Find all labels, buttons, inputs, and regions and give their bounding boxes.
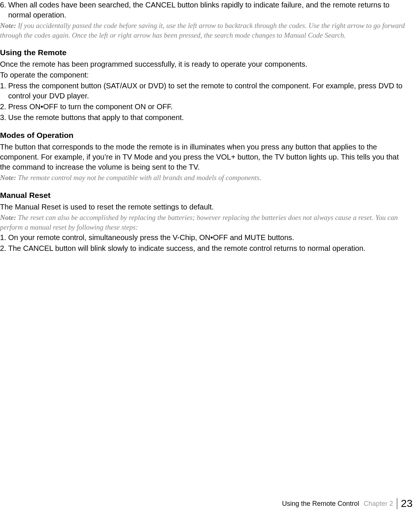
note-compatibility: Note: The remote control may not be comp…: [0, 173, 405, 183]
heading-using-remote: Using the Remote: [0, 48, 405, 57]
note-label: Note:: [0, 174, 16, 182]
note-body: If you accidentally passed the code befo…: [0, 22, 405, 39]
list-text: Use the remote buttons that apply to tha…: [8, 113, 405, 123]
note-label: Note:: [0, 214, 16, 221]
list-num: 3.: [0, 113, 8, 123]
footer-chapter: Chapter 2: [364, 500, 393, 508]
list-num: 1.: [0, 81, 8, 101]
list-num: 2.: [0, 102, 8, 112]
list-item-2: 2. The CANCEL button will blink slowly t…: [0, 243, 405, 253]
list-item-6: 6. When all codes have been searched, th…: [0, 0, 405, 20]
footer-section: Using the Remote Control: [282, 500, 359, 508]
list-text: Press ON•OFF to turn the component ON or…: [8, 102, 405, 112]
note-body: The reset can also be accomplished by re…: [0, 214, 398, 231]
list-num: 2.: [0, 243, 8, 253]
list-text: The CANCEL button will blink slowly to i…: [8, 243, 405, 253]
paragraph: The button that corresponds to the mode …: [0, 142, 405, 172]
list-text: When all codes have been searched, the C…: [8, 0, 405, 20]
list-num: 6.: [0, 0, 8, 20]
note-reset: Note: The reset can also be accomplished…: [0, 213, 405, 232]
paragraph: Once the remote has been programmed succ…: [0, 59, 405, 69]
footer-page-number: 23: [401, 498, 413, 510]
list-num: 1.: [0, 233, 8, 243]
note-code-search: Note: If you accidentally passed the cod…: [0, 21, 405, 40]
heading-modes: Modes of Operation: [0, 131, 405, 140]
heading-manual-reset: Manual Reset: [0, 191, 405, 200]
page-footer: Using the Remote Control Chapter 2 23: [282, 498, 413, 510]
list-item-1: 1. On your remote control, simultaneousl…: [0, 233, 405, 243]
document-page: 6. When all codes have been searched, th…: [0, 0, 420, 254]
footer-divider: [397, 498, 397, 509]
note-body: The remote control may not be compatible…: [16, 174, 261, 182]
list-item-1: 1. Press the component button (SAT/AUX o…: [0, 81, 405, 101]
list-item-2: 2. Press ON•OFF to turn the component ON…: [0, 102, 405, 112]
list-text: On your remote control, simultaneously p…: [8, 233, 405, 243]
paragraph: To operate the component:: [0, 70, 405, 80]
list-item-3: 3. Use the remote buttons that apply to …: [0, 113, 405, 123]
note-label: Note:: [0, 22, 16, 29]
list-text: Press the component button (SAT/AUX or D…: [8, 81, 405, 101]
paragraph: The Manual Reset is used to reset the re…: [0, 202, 405, 212]
